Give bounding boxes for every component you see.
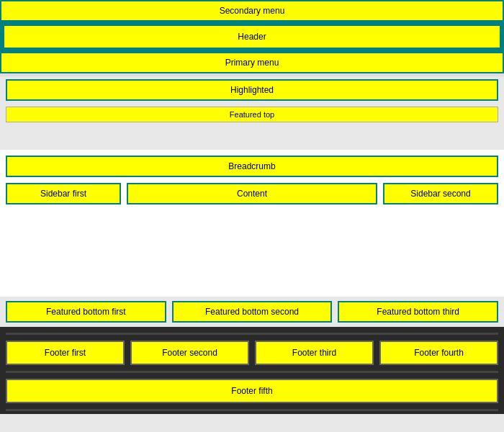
- featured-bottom-second-region: Featured bottom second: [172, 301, 333, 323]
- sidebar-second-region: Sidebar second: [383, 183, 498, 204]
- footer-fourth-region: Footer fourth: [379, 341, 498, 365]
- tray-area: [0, 128, 504, 150]
- highlighted-region: Highlighted: [6, 79, 498, 101]
- content-label: Content: [237, 189, 267, 199]
- breadcrumb-region: Breadcrumb: [6, 156, 498, 177]
- featured-bottom-third-region: Featured bottom third: [338, 301, 498, 323]
- breadcrumb-wrap: Breadcrumb: [6, 153, 498, 180]
- footer-second-region: Footer second: [130, 341, 249, 365]
- content-region: Content: [127, 183, 377, 204]
- content-row: Sidebar first Content Sidebar second: [6, 180, 498, 207]
- header-region: Header: [3, 24, 501, 49]
- featured-bottom-first-label: Featured bottom first: [46, 307, 126, 317]
- sidebar-first-region: Sidebar first: [6, 183, 121, 204]
- featured-top-region: Featured top: [6, 107, 498, 122]
- highlighted-wrap: Highlighted: [0, 76, 504, 104]
- secondary-menu-region: Secondary menu: [0, 0, 504, 22]
- footer-columns: Footer first Footer second Footer third …: [6, 341, 498, 365]
- breadcrumb-label: Breadcrumb: [228, 161, 275, 171]
- footer-area: Footer first Footer second Footer third …: [0, 327, 504, 414]
- secondary-menu-label: Secondary menu: [220, 6, 285, 16]
- footer-third-label: Footer third: [292, 348, 336, 358]
- featured-bottom-third-label: Featured bottom third: [377, 307, 459, 317]
- footer-second-label: Footer second: [162, 348, 217, 358]
- featured-bottom-second-label: Featured bottom second: [205, 307, 299, 317]
- footer-third-region: Footer third: [255, 341, 374, 365]
- footer-bottom-bar: [6, 371, 498, 373]
- footer-first-region: Footer first: [6, 341, 125, 365]
- featured-bottom-first-region: Featured bottom first: [6, 301, 166, 323]
- primary-menu-region: Primary menu: [0, 52, 504, 73]
- footer-fifth-region: Footer fifth: [6, 379, 498, 403]
- footer-fifth-label: Footer fifth: [231, 386, 272, 396]
- header-label: Header: [238, 32, 266, 42]
- featured-top-label: Featured top: [230, 110, 274, 119]
- footer-first-label: Footer first: [45, 348, 86, 358]
- content-filler: [6, 207, 498, 294]
- highlighted-label: Highlighted: [230, 85, 274, 95]
- footer-fourth-label: Footer fourth: [414, 348, 464, 358]
- featured-bottom-wrap: Featured bottom first Featured bottom se…: [0, 297, 504, 327]
- primary-menu-label: Primary menu: [225, 58, 279, 68]
- main-area: Breadcrumb Sidebar first Content Sidebar…: [0, 150, 504, 297]
- footer-very-bottom: [6, 409, 498, 411]
- footer-fifth-wrap: Footer fifth: [6, 379, 498, 409]
- header-wrap: Header: [0, 22, 504, 52]
- sidebar-first-label: Sidebar first: [40, 189, 86, 199]
- content-main: Content: [127, 183, 377, 204]
- footer-top-bar: [6, 333, 498, 335]
- sidebar-second-label: Sidebar second: [410, 189, 470, 199]
- featured-top-wrap: Featured top: [0, 104, 504, 128]
